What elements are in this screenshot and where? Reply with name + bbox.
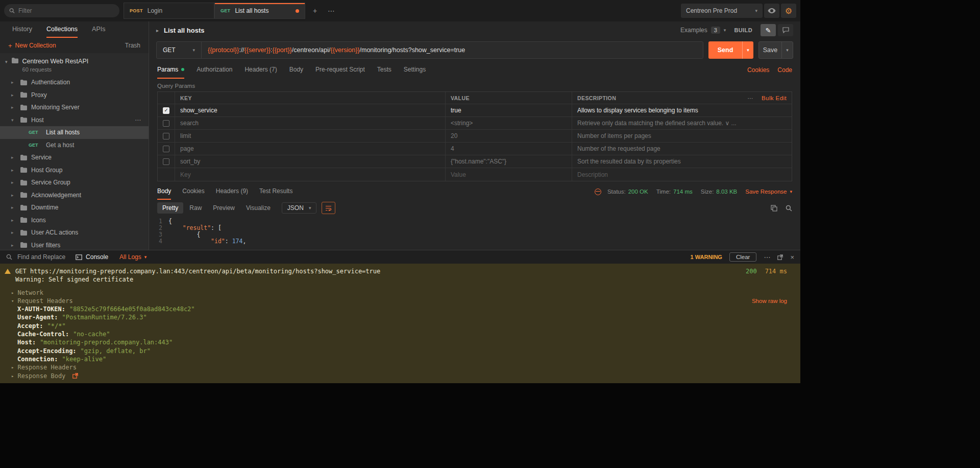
view-mode-pretty[interactable]: Pretty — [157, 202, 183, 214]
edit-mode-button[interactable]: ✎ — [761, 24, 776, 36]
console-log-entry[interactable]: GET https://monitoring-preprod.company.l… — [0, 267, 800, 275]
format-selector[interactable]: JSON ▾ — [282, 202, 317, 214]
view-mode-visualize[interactable]: Visualize — [241, 202, 276, 214]
sidebar-folder-service[interactable]: ▸Service — [0, 151, 149, 164]
more-tabs-button[interactable]: ⋯ — [325, 4, 338, 17]
param-key[interactable]: show_service — [175, 104, 446, 116]
close-icon[interactable]: × — [790, 253, 794, 261]
view-mode-raw[interactable]: Raw — [184, 202, 207, 214]
collection-root[interactable]: ▾ Centreon Web RestAPI 60 requests — [0, 53, 149, 76]
window-tab-login[interactable]: POSTLogin — [124, 3, 214, 19]
new-tab-button[interactable]: + — [308, 4, 322, 17]
param-description[interactable]: Retrieve only data matching the defined … — [572, 117, 792, 129]
console-section-request-headers[interactable]: ▾ Request Headers Show raw log — [0, 297, 800, 305]
param-description[interactable]: Number of the requested page — [572, 143, 792, 155]
request-tab-authorization[interactable]: Authorization — [197, 61, 232, 79]
sidebar-folder-service-group[interactable]: ▸Service Group — [0, 176, 149, 189]
save-response-button[interactable]: Save Response ▾ — [745, 189, 792, 195]
request-tab-settings[interactable]: Settings — [404, 61, 426, 79]
sidebar-folder-host[interactable]: ▾Host⋯ — [0, 114, 149, 127]
response-tab-cookies[interactable]: Cookies — [182, 183, 204, 200]
param-description[interactable]: Allows to display services belonging to … — [572, 104, 792, 116]
param-checkbox[interactable] — [163, 120, 169, 127]
copy-icon[interactable] — [771, 205, 777, 212]
param-key[interactable]: page — [175, 143, 446, 155]
clear-console-button[interactable]: Clear — [729, 252, 756, 262]
more-options-icon[interactable]: ⋯ — [748, 95, 754, 101]
external-link-icon[interactable] — [72, 373, 78, 379]
method-selector[interactable]: GET ▾ — [157, 42, 202, 58]
sidebar-tab-apis[interactable]: APIs — [92, 21, 105, 38]
search-icon[interactable] — [786, 205, 792, 212]
console-section-network[interactable]: ▸ Network — [0, 289, 800, 297]
sidebar-tab-collections[interactable]: Collections — [46, 21, 78, 38]
chevron-down-icon[interactable]: ▾ — [742, 41, 753, 59]
sidebar-tab-history[interactable]: History — [12, 21, 32, 38]
param-value[interactable]: <string> — [446, 117, 572, 129]
examples-dropdown[interactable]: Examples 3 ▾ — [680, 27, 726, 34]
sidebar-folder-acknowledgement[interactable]: ▸Acknowledgement — [0, 189, 149, 202]
response-body-viewer[interactable]: 1{2 "result": [3 {4 "id": 174, — [149, 216, 800, 250]
param-key[interactable]: search — [175, 117, 446, 129]
sidebar-folder-user-acl-actions[interactable]: ▸User ACL actions — [0, 226, 149, 239]
param-value[interactable]: 4 — [446, 143, 572, 155]
sidebar-folder-downtime[interactable]: ▸Downtime — [0, 201, 149, 214]
sidebar-folder-authentication[interactable]: ▸Authentication — [0, 76, 149, 89]
code-link[interactable]: Code — [777, 66, 792, 74]
param-description[interactable]: Sort the resulted data by its properties — [572, 155, 792, 168]
find-and-replace-button[interactable]: Find and Replace — [17, 253, 65, 261]
request-tab-pre-request-script[interactable]: Pre-request Script — [315, 61, 365, 79]
param-value[interactable]: Value — [446, 168, 572, 181]
param-checkbox[interactable] — [163, 133, 169, 139]
sidebar-folder-user-filters[interactable]: ▸User filters — [0, 239, 149, 250]
send-button[interactable]: Send ▾ — [708, 41, 753, 59]
cookies-link[interactable]: Cookies — [747, 66, 769, 74]
environment-selector[interactable]: Centreon Pre Prod ▾ — [681, 4, 763, 18]
param-key[interactable]: limit — [175, 130, 446, 142]
param-description[interactable]: Description — [572, 168, 792, 181]
sidebar-folder-icons[interactable]: ▸Icons — [0, 214, 149, 227]
param-value[interactable]: true — [446, 104, 572, 116]
new-collection-button[interactable]: + New Collection — [8, 42, 56, 50]
param-checkbox[interactable] — [163, 107, 169, 114]
window-tab-list-all-hosts[interactable]: GETList all hosts — [214, 3, 305, 19]
chevron-right-icon[interactable]: ▸ — [156, 28, 159, 33]
save-button[interactable]: Save ▾ — [758, 41, 793, 59]
comment-button[interactable] — [778, 24, 793, 36]
request-tab-body[interactable]: Body — [289, 61, 303, 79]
console-section-response-body[interactable]: ▸ Response Body — [0, 372, 800, 380]
request-tab-params[interactable]: Params — [157, 61, 184, 79]
url-input[interactable]: {{protocol}}://{{server}}:{{port}}/centr… — [202, 46, 471, 54]
param-value[interactable]: {"host.name":"ASC"} — [446, 155, 572, 168]
sidebar-folder-monitoring-server[interactable]: ▸Monitoring Server — [0, 101, 149, 114]
bulk-edit-link[interactable]: Bulk Edit — [762, 95, 787, 101]
response-tab-body[interactable]: Body — [157, 183, 171, 200]
param-key[interactable]: Key — [175, 168, 446, 181]
param-checkbox[interactable] — [163, 146, 169, 152]
param-key[interactable]: sort_by — [175, 155, 446, 168]
show-raw-log-link[interactable]: Show raw log — [752, 297, 787, 305]
log-filter-dropdown[interactable]: All Logs ▾ — [119, 253, 146, 261]
trash-button[interactable]: Trash — [125, 42, 140, 49]
sidebar-folder-proxy[interactable]: ▸Proxy — [0, 89, 149, 102]
console-tab[interactable]: Console — [76, 253, 108, 261]
environment-quick-look-button[interactable] — [764, 4, 779, 18]
more-options-icon[interactable]: ⋯ — [764, 253, 770, 261]
response-tab-test-results[interactable]: Test Results — [259, 183, 292, 200]
wrap-text-button[interactable] — [322, 202, 335, 214]
filter-input[interactable] — [18, 7, 114, 14]
view-mode-preview[interactable]: Preview — [208, 202, 240, 214]
console-section-response-headers[interactable]: ▸ Response Headers — [0, 363, 800, 371]
settings-button[interactable]: ⚙ — [781, 4, 796, 18]
sidebar-filter[interactable] — [4, 4, 119, 17]
open-in-new-window-icon[interactable] — [777, 254, 783, 260]
sidebar-request-get-a-host[interactable]: GETGet a host — [0, 139, 149, 152]
param-description[interactable]: Number of items per pages — [572, 130, 792, 142]
param-checkbox[interactable] — [163, 158, 169, 165]
request-tab-tests[interactable]: Tests — [377, 61, 391, 79]
sidebar-folder-host-group[interactable]: ▸Host Group — [0, 164, 149, 177]
chevron-down-icon[interactable]: ▾ — [781, 42, 793, 58]
response-tab-headers-9[interactable]: Headers (9) — [216, 183, 248, 200]
more-options-icon[interactable]: ⋯ — [135, 116, 141, 124]
request-tab-headers-7[interactable]: Headers (7) — [244, 61, 277, 79]
